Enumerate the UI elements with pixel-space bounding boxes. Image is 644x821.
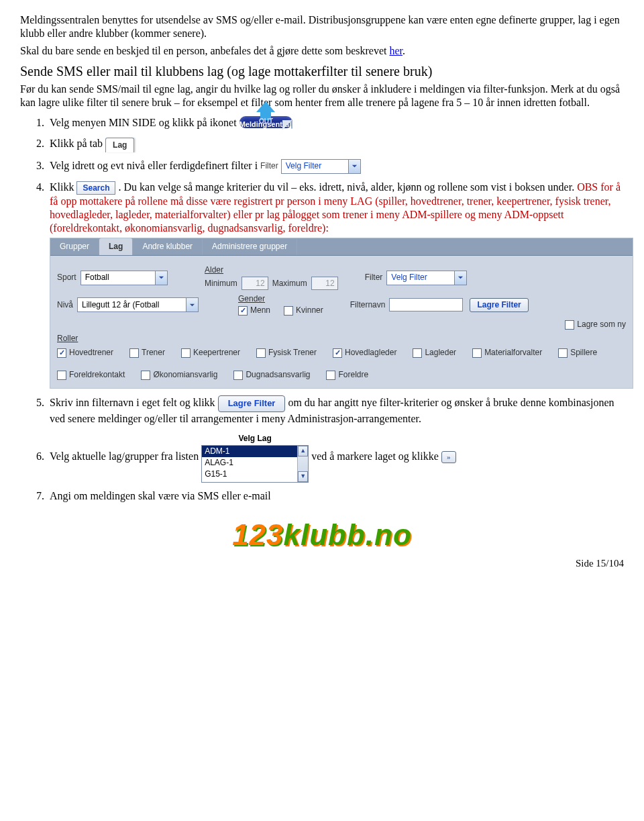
role-label: Økonomiansvarlig [153,370,217,380]
role-checkbox-fysisk-trener[interactable]: Fysisk Trener [256,348,317,358]
logo-part-1: 123 [232,518,283,551]
step-1: Velg menyen MIN SIDE og klikk på ikonet … [47,116,624,130]
role-checkbox-dugnadsansvarlig[interactable]: Dugnadsansvarlig [233,370,310,380]
tab-lag[interactable]: Lag [99,238,133,255]
min-input[interactable] [241,277,268,290]
niva-label: Nivå [57,300,73,310]
role-label: Hovedtrener [69,348,113,358]
velg-lag-listbox[interactable]: Velg Lag ADM-1ALAG-1G15-1 ▲ ▼ [201,432,309,483]
max-input[interactable] [311,277,338,290]
checkbox-icon [57,371,66,380]
list-item[interactable]: ADM-1 [202,446,308,457]
checkbox-icon [565,320,574,330]
intro-here-link[interactable]: her [389,45,402,56]
gender-menn-checkbox[interactable]: Menn [238,305,270,316]
lead-paragraph: Før du kan sende SMS/mail til egne lag, … [20,83,624,109]
sport-label: Sport [57,273,76,283]
niva-value: Lillegutt 12 år (Fotball [78,300,186,310]
panel-filter-label: Filter [365,273,383,283]
role-label: Spillere [570,348,597,358]
tab-admin-grupper[interactable]: Administrere grupper [203,238,297,255]
step-6-a: Velg aktuelle lag/grupper fra listen [50,450,201,462]
lagre-som-ny-checkbox[interactable]: Lagre som ny [565,320,626,330]
tab-andre-klubber[interactable]: Andre klubber [133,238,203,255]
scroll-up-icon[interactable]: ▲ [298,446,308,456]
step-2-text: Klikk på tab [50,138,105,149]
step-4: Klikk Search . Du kan velge så mange kri… [47,181,624,389]
checkbox-icon [284,306,293,316]
intro-p2-b: . [402,45,405,56]
step-7-text: Angi om meldingen skal være via SMS elle… [50,490,271,501]
panel-filter-select[interactable]: Velg Filter [386,271,466,285]
min-label: Minimum [205,279,237,289]
role-checkbox-materialforvalter[interactable]: Materialforvalter [472,348,542,358]
filter-select[interactable]: Velg Filter [281,159,361,174]
gender-kvinner-checkbox[interactable]: Kvinner [284,305,323,316]
tab-grupper[interactable]: Grupper [50,238,99,255]
intro-p2-a: Skal du bare sende en beskjed til en per… [20,45,389,56]
niva-select[interactable]: Lillegutt 12 år (Fotball [77,297,199,312]
role-label: Keepertrener [193,348,240,358]
step-4-b: . Du kan velge så mange kriterier du vil… [118,181,577,193]
chevron-down-icon [186,298,198,311]
meldingsentral-tile[interactable]: Meldingsentral OUT [239,116,293,128]
checkbox-icon [326,371,335,380]
filternavn-input[interactable] [389,298,463,311]
list-item[interactable]: ALAG-1 [202,457,308,469]
gender-section-label: Gender [238,294,265,304]
logo-part-2: klubb.no [284,518,412,551]
gender-menn-label: Menn [250,305,270,316]
chevron-down-icon [454,271,466,285]
step-6: Velg aktuelle lag/grupper fra listen Vel… [47,432,624,483]
roller-section-label: Roller [57,334,78,344]
role-checkbox-keepertrener[interactable]: Keepertrener [181,348,240,358]
role-checkbox-foreldrekontakt[interactable]: Foreldrekontakt [57,370,125,380]
role-checkbox-lagleder[interactable]: Lagleder [413,348,456,358]
scrollbar[interactable]: ▲ ▼ [297,446,308,482]
role-checkbox-trener[interactable]: Trener [129,348,165,358]
step-7: Angi om meldingen skal være via SMS elle… [47,489,624,503]
intro-paragraph-2: Skal du bare sende en beskjed til en per… [20,44,624,58]
page-number: Side 15/104 [20,557,624,570]
page-footer: 123klubb.no Side 15/104 [20,516,624,570]
role-checkbox-spillere[interactable]: Spillere [558,348,597,358]
gender-kvinner-label: Kvinner [296,305,323,316]
checkbox-checked-icon [333,348,342,358]
panel-filter-value: Velg Filter [387,273,453,283]
role-label: Fysisk Trener [268,348,317,358]
role-checkbox-økonomiansvarlig[interactable]: Økonomiansvarlig [141,370,217,380]
scroll-down-icon[interactable]: ▼ [298,471,308,482]
section-heading: Sende SMS eller mail til klubbens lag (o… [20,63,624,80]
chevron-down-icon [348,160,360,173]
lagre-som-ny-label: Lagre som ny [577,320,626,330]
checkbox-icon [256,348,266,358]
lag-tab[interactable]: Lag [105,138,134,152]
chevron-double-right-icon: » [447,452,451,462]
move-right-button[interactable]: » [441,451,456,463]
search-button[interactable]: Search [76,181,115,195]
alder-section-label: Alder [205,265,223,275]
role-label: Dugnadsansvarlig [246,370,310,380]
lagre-filter-button-inline[interactable]: Lagre Filter [218,395,286,412]
chevron-down-icon [155,271,167,285]
role-label: Materialforvalter [484,348,542,358]
step-3-text: Velg idrett og evt nivå eller ferdigdefi… [50,160,260,171]
checkbox-checked-icon [57,348,66,358]
role-checkbox-hovedlagleder[interactable]: Hovedlagleder [333,348,396,358]
checkbox-icon [129,348,139,358]
checkbox-icon [472,348,482,358]
role-checkbox-hovedtrener[interactable]: Hovedtrener [57,348,113,358]
intro-paragraph-1: Meldingssentralen benyttes for utsendels… [20,13,624,40]
list-item[interactable]: G15-1 [202,469,308,480]
velg-lag-title: Velg Lag [201,432,309,445]
role-checkbox-foreldre[interactable]: Foreldre [326,370,368,380]
step-5: Skriv inn filternavn i eget felt og klik… [47,395,624,425]
step-5-a: Skriv inn filternavn i eget felt og klik… [50,397,218,408]
step-2: Klikk på tab Lag [47,137,624,152]
panel-tabs: Grupper Lag Andre klubber Administrere g… [50,238,633,256]
roles-container: HovedtrenerTrenerKeepertrenerFysisk Tren… [57,348,626,380]
lagre-filter-button[interactable]: Lagre Filter [470,298,528,312]
step-4-a: Klikk [50,181,76,193]
sport-select[interactable]: Fotball [80,271,168,285]
checkbox-icon [413,348,422,358]
